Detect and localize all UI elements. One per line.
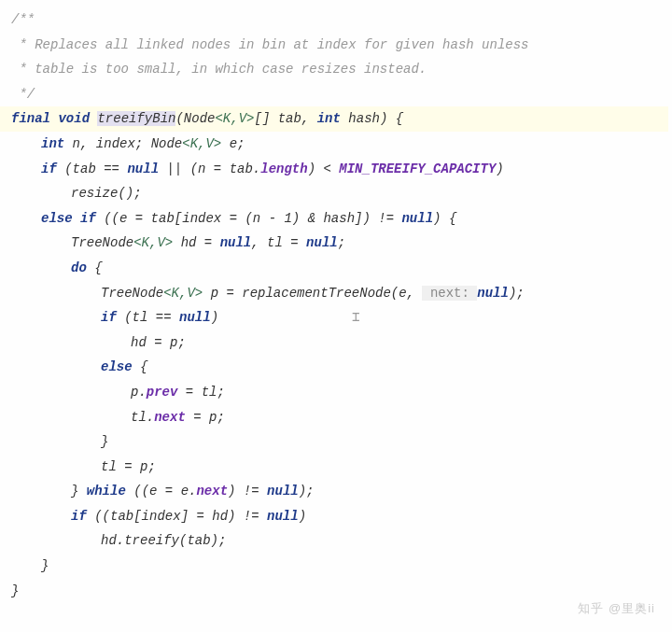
comment-line: /** [11, 7, 668, 33]
code-line: TreeNode<K,V> hd = null, tl = null; [11, 231, 668, 256]
keyword-null: null [401, 211, 433, 226]
keyword-int: int [317, 111, 341, 126]
sig-part: hash) { [341, 111, 403, 126]
code-line: tl.next = p; [11, 405, 668, 430]
text: { [133, 359, 148, 374]
text: ) [496, 162, 503, 176]
text: p. [131, 385, 147, 400]
comment-line: * table is too small, in which case resi… [11, 57, 668, 82]
text: , tl = [251, 235, 306, 250]
keyword-null: null [267, 484, 299, 499]
text: ; [338, 235, 345, 250]
text: ) < [308, 162, 340, 176]
text: n, index; Node [64, 136, 182, 151]
generic: <K,V> [133, 235, 173, 250]
text: } [71, 484, 87, 499]
watermark: 知乎 @里奥ii [578, 597, 655, 621]
keyword-while: while [87, 484, 126, 499]
sig-part: (Node [175, 111, 215, 126]
text: ((e = tab[index = (n - 1) & hash]) != [96, 211, 402, 226]
text: ((e = e. [126, 484, 197, 499]
text: || (n = tab. [159, 162, 260, 176]
code-line: hd.treeify(tab); [11, 528, 668, 554]
text: tl. [131, 410, 154, 425]
text: hd = [173, 235, 219, 250]
keyword-null: null [220, 235, 252, 250]
field-length: length [260, 162, 307, 176]
generic: <K,V> [182, 136, 221, 151]
text: ); [299, 484, 315, 499]
keyword-if: if [71, 509, 87, 524]
code-line: } while ((e = e.next) != null); [11, 479, 668, 504]
code-line: } [11, 429, 668, 455]
text: TreeNode [101, 286, 163, 301]
comment-line: * Replaces all linked nodes in bin at in… [11, 33, 668, 58]
code-line: if ((tab[index] = hd) != null) [11, 504, 668, 529]
field-prev: prev [147, 385, 178, 400]
code-line: else if ((e = tab[index = (n - 1) & hash… [11, 206, 668, 232]
code-line: do { [11, 256, 668, 281]
code-line: } [11, 579, 668, 604]
keyword-if: if [101, 310, 117, 325]
code-line: if (tab == null || (n = tab.length) < MI… [11, 157, 668, 182]
code-line: p.prev = tl; [11, 380, 668, 405]
keyword-null: null [127, 162, 159, 176]
field-next: next [154, 410, 186, 425]
code-line: TreeNode<K,V> p = replacementTreeNode(e,… [11, 281, 668, 306]
text: = tl; [177, 385, 224, 400]
text: (tl == [117, 310, 179, 325]
constant: MIN_TREEIFY_CAPACITY [339, 162, 496, 176]
code-line: resize(); [11, 181, 668, 206]
text: ((tab[index] = hd) != [87, 509, 267, 524]
keyword-null: null [267, 509, 299, 524]
text: { [87, 260, 103, 275]
text: e; [221, 136, 245, 151]
field-next: next [196, 484, 228, 499]
code-block: /** * Replaces all linked nodes in bin a… [11, 7, 668, 603]
keyword-else: else [101, 359, 133, 374]
text: ) [211, 310, 218, 325]
highlighted-line: final void treeifyBin(Node<K,V>[] tab, i… [0, 106, 668, 132]
keyword-null: null [179, 310, 211, 325]
comment-line: */ [11, 82, 668, 107]
parameter-hint: next: [422, 286, 477, 301]
code-line: tl = p; [11, 455, 668, 480]
text: TreeNode [71, 235, 133, 250]
keyword-if: if [41, 162, 57, 176]
keyword-int: int [41, 136, 64, 151]
text-cursor-icon: ⌶ [352, 310, 359, 325]
text: ) { [433, 211, 456, 226]
code-line: } [11, 554, 668, 579]
text: ) [299, 509, 306, 524]
method-name: treeifyBin [97, 111, 175, 126]
text: ) != [228, 484, 267, 499]
keyword-elseif: else if [41, 211, 96, 226]
code-line: int n, index; Node<K,V> e; [11, 132, 668, 157]
text: (tab == [57, 162, 128, 176]
code-line: hd = p; [11, 330, 668, 356]
text: = p; [186, 410, 225, 425]
generic: <K,V> [163, 286, 203, 301]
keyword-do: do [71, 260, 87, 275]
keyword-void: void [58, 111, 90, 126]
generic: <K,V> [215, 111, 254, 126]
text: p = replacementTreeNode(e, [203, 286, 422, 301]
keyword-null: null [306, 235, 338, 250]
sig-part: [] tab, [254, 111, 316, 126]
code-line: else { [11, 355, 668, 380]
keyword-final: final [11, 111, 50, 126]
keyword-null: null [477, 286, 509, 301]
text: ); [509, 286, 525, 301]
code-line: if (tl == null) ⌶ [11, 305, 668, 330]
